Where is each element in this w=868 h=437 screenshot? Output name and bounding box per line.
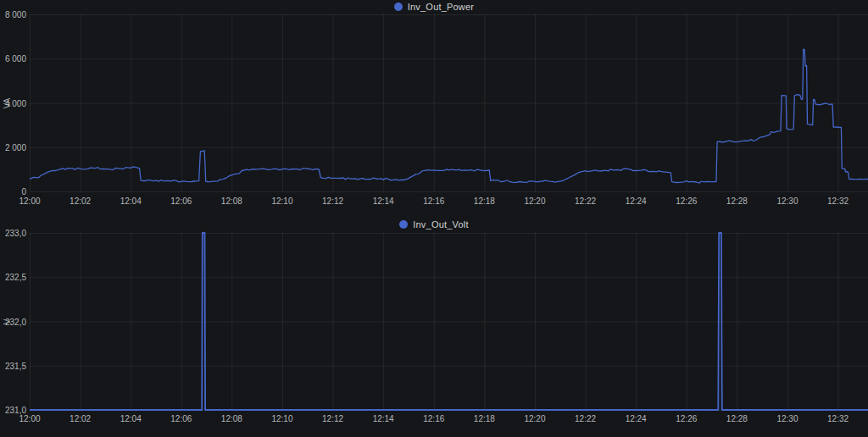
x-axis-tick-label: 12:02: [70, 196, 91, 206]
x-axis-tick-label: 12:28: [726, 414, 748, 423]
y-axis-tick-label: 231,5: [0, 361, 26, 370]
x-axis-tick-label: 12:30: [776, 196, 798, 206]
x-axis-tick-label: 12:32: [827, 414, 849, 423]
x-axis-tick-label: 12:04: [120, 196, 142, 206]
x-axis-tick-label: 12:14: [373, 414, 394, 423]
x-axis-tick-label: 12:22: [575, 196, 596, 206]
x-axis-tick-label: 12:16: [423, 414, 444, 423]
x-axis-tick-label: 12:24: [626, 196, 647, 206]
x-axis-tick-label: 12:20: [524, 196, 545, 206]
y-axis-tick-label: 8 000: [0, 10, 26, 19]
Inv_Out_Power-series-line: [30, 49, 868, 183]
y-axis-tick-label: 0: [0, 187, 26, 196]
x-axis-tick-label: 12:06: [170, 196, 192, 206]
x-axis-tick-label: 12:18: [474, 414, 495, 423]
y-axis-tick-label: 4 000: [0, 98, 26, 108]
y-axis-tick-label: 232,0: [0, 317, 26, 326]
y-axis-tick-label: 232,5: [0, 273, 26, 282]
x-axis-tick-label: 12:30: [776, 414, 798, 423]
volt-chart-plot-area[interactable]: [0, 210, 868, 437]
x-axis-tick-label: 12:00: [19, 414, 40, 423]
x-axis-tick-label: 12:00: [19, 196, 40, 206]
x-axis-tick-label: 12:02: [70, 414, 91, 423]
x-axis-tick-label: 12:14: [373, 196, 394, 206]
power-chart-plot-area[interactable]: [0, 0, 868, 210]
x-axis-tick-label: 12:32: [827, 196, 849, 206]
y-axis-tick-label: 231,0: [0, 406, 26, 415]
power-chart-panel: Inv_Out_Power VA 12:0012:0212:0412:0612:…: [0, 0, 868, 210]
grafana-dashboard: Inv_Out_Power VA 12:0012:0212:0412:0612:…: [0, 0, 868, 437]
x-axis-tick-label: 12:08: [221, 196, 242, 206]
x-axis-tick-label: 12:18: [474, 196, 495, 206]
volt-chart-panel: Inv_Out_Volt V 12:0012:0212:0412:0612:08…: [0, 210, 868, 437]
x-axis-tick-label: 12:28: [726, 196, 748, 206]
x-axis-tick-label: 12:12: [322, 414, 343, 423]
x-axis-tick-label: 12:12: [322, 196, 343, 206]
x-axis-tick-label: 12:10: [271, 414, 292, 423]
x-axis-tick-label: 12:24: [626, 414, 647, 423]
y-axis-tick-label: 6 000: [0, 54, 26, 64]
x-axis-tick-label: 12:06: [170, 414, 192, 423]
y-axis-tick-label: 233,0: [0, 229, 26, 238]
x-axis-tick-label: 12:10: [271, 196, 292, 206]
x-axis-tick-label: 12:26: [676, 414, 697, 423]
x-axis-tick-label: 12:22: [575, 414, 596, 423]
x-axis-tick-label: 12:04: [120, 414, 142, 423]
x-axis-tick-label: 12:08: [221, 414, 242, 423]
x-axis-tick-label: 12:20: [524, 414, 545, 423]
x-axis-tick-label: 12:26: [676, 196, 697, 206]
y-axis-tick-label: 2 000: [0, 142, 26, 152]
x-axis-tick-label: 12:16: [423, 196, 444, 206]
